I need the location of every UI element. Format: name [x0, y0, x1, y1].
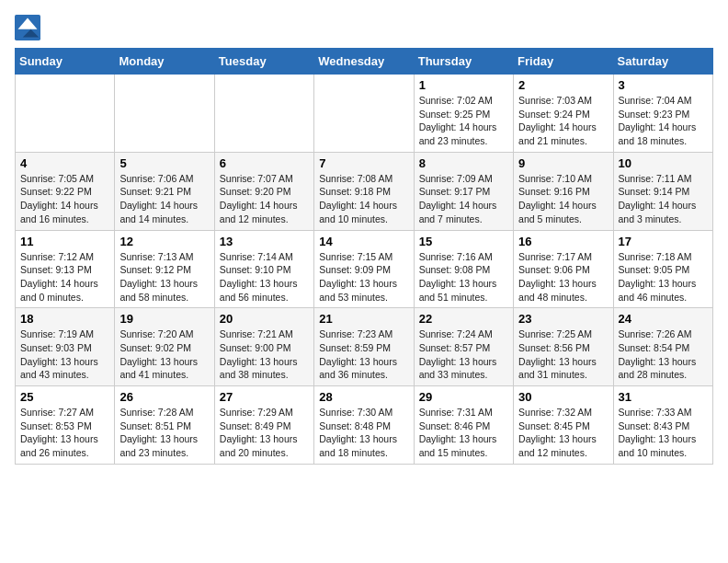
- day-info: Sunrise: 7:23 AMSunset: 8:59 PMDaylight:…: [319, 327, 408, 382]
- calendar-cell: 20Sunrise: 7:21 AMSunset: 9:00 PMDayligh…: [214, 308, 313, 386]
- day-info: Sunrise: 7:03 AMSunset: 9:24 PMDaylight:…: [518, 94, 608, 148]
- day-info: Sunrise: 7:07 AMSunset: 9:20 PMDaylight:…: [220, 172, 309, 226]
- day-number: 15: [419, 235, 508, 248]
- header-wednesday: Wednesday: [314, 49, 414, 75]
- calendar-cell: 27Sunrise: 7:29 AMSunset: 8:49 PMDayligh…: [214, 386, 313, 465]
- calendar-header-row: Sunday Monday Tuesday Wednesday Thursday…: [16, 49, 713, 75]
- calendar-cell: 22Sunrise: 7:24 AMSunset: 8:57 PMDayligh…: [414, 308, 513, 386]
- logo-icon: [15, 15, 40, 40]
- page-header: [15, 15, 713, 40]
- day-number: 8: [419, 156, 508, 170]
- calendar-cell: 1Sunrise: 7:02 AMSunset: 9:25 PMDaylight…: [414, 75, 513, 153]
- calendar-cell: 29Sunrise: 7:31 AMSunset: 8:46 PMDayligh…: [414, 386, 513, 465]
- calendar-week-row: 11Sunrise: 7:12 AMSunset: 9:13 PMDayligh…: [16, 230, 713, 308]
- calendar-cell: 5Sunrise: 7:06 AMSunset: 9:21 PMDaylight…: [115, 152, 214, 230]
- day-info: Sunrise: 7:27 AMSunset: 8:53 PMDaylight:…: [20, 406, 109, 460]
- calendar-week-row: 4Sunrise: 7:05 AMSunset: 9:22 PMDaylight…: [16, 152, 713, 230]
- day-number: 23: [518, 312, 608, 326]
- header-sunday: Sunday: [16, 49, 115, 75]
- day-number: 12: [119, 235, 209, 248]
- day-number: 10: [619, 156, 708, 170]
- day-info: Sunrise: 7:08 AMSunset: 9:18 PMDaylight:…: [319, 172, 408, 226]
- header-saturday: Saturday: [613, 49, 712, 75]
- calendar-cell: 10Sunrise: 7:11 AMSunset: 9:14 PMDayligh…: [613, 152, 712, 230]
- calendar-cell: 24Sunrise: 7:26 AMSunset: 8:54 PMDayligh…: [613, 308, 712, 386]
- calendar-cell: 13Sunrise: 7:14 AMSunset: 9:10 PMDayligh…: [214, 230, 313, 308]
- calendar-cell: 15Sunrise: 7:16 AMSunset: 9:08 PMDayligh…: [414, 230, 513, 308]
- day-info: Sunrise: 7:19 AMSunset: 9:03 PMDaylight:…: [20, 327, 109, 382]
- day-info: Sunrise: 7:28 AMSunset: 8:51 PMDaylight:…: [119, 406, 209, 460]
- day-info: Sunrise: 7:17 AMSunset: 9:06 PMDaylight:…: [518, 250, 608, 304]
- calendar-week-row: 18Sunrise: 7:19 AMSunset: 9:03 PMDayligh…: [16, 308, 713, 386]
- day-number: 3: [619, 78, 708, 92]
- calendar-cell: 3Sunrise: 7:04 AMSunset: 9:23 PMDaylight…: [613, 75, 712, 153]
- day-info: Sunrise: 7:13 AMSunset: 9:12 PMDaylight:…: [119, 250, 209, 304]
- calendar-cell: 26Sunrise: 7:28 AMSunset: 8:51 PMDayligh…: [115, 386, 214, 465]
- day-number: 16: [518, 235, 608, 248]
- day-number: 17: [619, 235, 708, 248]
- day-number: 28: [319, 390, 408, 404]
- calendar-cell: 14Sunrise: 7:15 AMSunset: 9:09 PMDayligh…: [314, 230, 414, 308]
- day-number: 29: [419, 390, 508, 404]
- calendar-cell: 23Sunrise: 7:25 AMSunset: 8:56 PMDayligh…: [514, 308, 613, 386]
- calendar-cell: 17Sunrise: 7:18 AMSunset: 9:05 PMDayligh…: [613, 230, 712, 308]
- calendar-cell: 19Sunrise: 7:20 AMSunset: 9:02 PMDayligh…: [115, 308, 214, 386]
- day-info: Sunrise: 7:05 AMSunset: 9:22 PMDaylight:…: [20, 172, 109, 226]
- day-number: 18: [20, 312, 109, 326]
- day-number: 13: [220, 235, 309, 248]
- calendar-cell: [214, 75, 313, 153]
- calendar-cell: 16Sunrise: 7:17 AMSunset: 9:06 PMDayligh…: [514, 230, 613, 308]
- day-info: Sunrise: 7:20 AMSunset: 9:02 PMDaylight:…: [119, 327, 209, 382]
- day-number: 4: [20, 156, 109, 170]
- calendar-cell: 30Sunrise: 7:32 AMSunset: 8:45 PMDayligh…: [514, 386, 613, 465]
- calendar-cell: 7Sunrise: 7:08 AMSunset: 9:18 PMDaylight…: [314, 152, 414, 230]
- day-info: Sunrise: 7:32 AMSunset: 8:45 PMDaylight:…: [518, 406, 608, 460]
- calendar-cell: 12Sunrise: 7:13 AMSunset: 9:12 PMDayligh…: [115, 230, 214, 308]
- day-number: 1: [419, 78, 508, 92]
- day-number: 19: [119, 312, 209, 326]
- calendar-week-row: 1Sunrise: 7:02 AMSunset: 9:25 PMDaylight…: [16, 75, 713, 153]
- day-info: Sunrise: 7:11 AMSunset: 9:14 PMDaylight:…: [619, 172, 708, 226]
- calendar-week-row: 25Sunrise: 7:27 AMSunset: 8:53 PMDayligh…: [16, 386, 713, 465]
- day-number: 27: [220, 390, 309, 404]
- calendar-body: 1Sunrise: 7:02 AMSunset: 9:25 PMDaylight…: [16, 75, 713, 465]
- day-info: Sunrise: 7:21 AMSunset: 9:00 PMDaylight:…: [220, 327, 309, 382]
- day-info: Sunrise: 7:10 AMSunset: 9:16 PMDaylight:…: [518, 172, 608, 226]
- day-info: Sunrise: 7:29 AMSunset: 8:49 PMDaylight:…: [220, 406, 309, 460]
- calendar-cell: 4Sunrise: 7:05 AMSunset: 9:22 PMDaylight…: [16, 152, 115, 230]
- calendar-cell: 8Sunrise: 7:09 AMSunset: 9:17 PMDaylight…: [414, 152, 513, 230]
- day-number: 24: [619, 312, 708, 326]
- calendar-cell: [115, 75, 214, 153]
- day-number: 26: [119, 390, 209, 404]
- calendar-cell: 9Sunrise: 7:10 AMSunset: 9:16 PMDaylight…: [514, 152, 613, 230]
- day-info: Sunrise: 7:25 AMSunset: 8:56 PMDaylight:…: [518, 327, 608, 382]
- day-number: 9: [518, 156, 608, 170]
- day-number: 5: [119, 156, 209, 170]
- day-info: Sunrise: 7:18 AMSunset: 9:05 PMDaylight:…: [619, 250, 708, 304]
- calendar-cell: 2Sunrise: 7:03 AMSunset: 9:24 PMDaylight…: [514, 75, 613, 153]
- calendar-table: Sunday Monday Tuesday Wednesday Thursday…: [15, 48, 713, 465]
- day-number: 20: [220, 312, 309, 326]
- calendar-cell: 31Sunrise: 7:33 AMSunset: 8:43 PMDayligh…: [613, 386, 712, 465]
- day-info: Sunrise: 7:31 AMSunset: 8:46 PMDaylight:…: [419, 406, 508, 460]
- calendar-cell: [314, 75, 414, 153]
- day-info: Sunrise: 7:02 AMSunset: 9:25 PMDaylight:…: [419, 94, 508, 148]
- day-number: 31: [619, 390, 708, 404]
- calendar-cell: 6Sunrise: 7:07 AMSunset: 9:20 PMDaylight…: [214, 152, 313, 230]
- calendar-cell: [16, 75, 115, 153]
- logo: [15, 15, 44, 40]
- day-info: Sunrise: 7:12 AMSunset: 9:13 PMDaylight:…: [20, 250, 109, 304]
- day-info: Sunrise: 7:33 AMSunset: 8:43 PMDaylight:…: [619, 406, 708, 460]
- day-number: 22: [419, 312, 508, 326]
- day-info: Sunrise: 7:14 AMSunset: 9:10 PMDaylight:…: [220, 250, 309, 304]
- calendar-cell: 11Sunrise: 7:12 AMSunset: 9:13 PMDayligh…: [16, 230, 115, 308]
- calendar-cell: 25Sunrise: 7:27 AMSunset: 8:53 PMDayligh…: [16, 386, 115, 465]
- header-monday: Monday: [115, 49, 214, 75]
- header-tuesday: Tuesday: [214, 49, 313, 75]
- day-number: 21: [319, 312, 408, 326]
- day-number: 6: [220, 156, 309, 170]
- day-number: 7: [319, 156, 408, 170]
- calendar-cell: 21Sunrise: 7:23 AMSunset: 8:59 PMDayligh…: [314, 308, 414, 386]
- day-number: 11: [20, 235, 109, 248]
- day-info: Sunrise: 7:24 AMSunset: 8:57 PMDaylight:…: [419, 327, 508, 382]
